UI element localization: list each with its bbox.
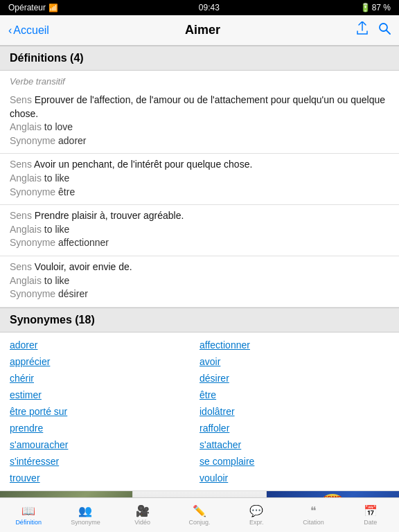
battery-percent: 87 % — [372, 3, 391, 12]
tab-date-label: Date — [364, 519, 377, 526]
ad-military-image: 🎖️ — [0, 491, 132, 497]
tab-conjug[interactable]: ✏️ Conjug. — [171, 498, 228, 532]
tab-citation[interactable]: ❝ Citation — [285, 498, 342, 532]
ad-escalier-visual — [133, 491, 265, 497]
tab-definition-label: Définition — [15, 519, 42, 526]
synonyme-icon: 👥 — [78, 504, 92, 517]
back-label: Accueil — [13, 24, 49, 37]
synonym-adorer[interactable]: adorer — [10, 337, 200, 353]
synonym-apprecier[interactable]: apprécier — [10, 353, 200, 370]
def-3-sens: Sens Prendre plaisir à, trouver agréable… — [10, 209, 389, 223]
definitions-header: Définitions (4) — [0, 46, 399, 71]
ad-loto[interactable]: GRANDLOTODE NOËL 20Millions € forcément … — [267, 491, 399, 497]
def-3-anglais: Anglais to like — [10, 223, 389, 237]
synonym-cherir[interactable]: chérir — [10, 370, 200, 387]
chevron-left-icon: ‹ — [8, 24, 12, 37]
synonym-vouloir[interactable]: vouloir — [200, 470, 389, 486]
def-3-synonyme: Synonyme affectionner — [10, 236, 389, 250]
tab-expr-label: Expr. — [249, 519, 264, 526]
def-2-synonyme: Synonyme être — [10, 186, 389, 200]
loto-badge: GRANDLOTODE NOËL — [321, 494, 344, 497]
video-icon: 🎥 — [136, 504, 150, 517]
verb-type: Verbe transitif — [0, 71, 399, 89]
tab-bar: 📖 Définition 👥 Synonyme 🎥 Vidéo ✏️ Conju… — [0, 497, 399, 532]
synonyms-grid: adorer affectionner apprécier avoir chér… — [0, 332, 399, 490]
svg-point-0 — [380, 24, 387, 31]
share-button[interactable] — [356, 21, 369, 39]
nav-bar: ‹ Accueil Aimer — [0, 15, 399, 46]
battery-indicator: 🔋 87 % — [360, 3, 391, 12]
synonym-samouracher[interactable]: s'amouracher — [10, 436, 200, 453]
definition-1: Sens Eprouver de l'affection, de l'amour… — [0, 89, 399, 154]
date-icon: 📅 — [364, 504, 378, 517]
synonym-affectionner[interactable]: affectionner — [200, 337, 389, 353]
def-1-sens: Sens Eprouver de l'affection, de l'amour… — [10, 94, 389, 121]
search-button[interactable] — [378, 22, 391, 38]
tab-synonyme-label: Synonyme — [71, 519, 100, 526]
ad-loto-image: GRANDLOTODE NOËL 20Millions € forcément … — [267, 491, 399, 497]
status-bar: Opérateur 📶 09:43 🔋 87 % — [0, 0, 399, 15]
ad-escalier[interactable]: Quel est le prix d'un Monte-Escalier ? F… — [133, 491, 266, 497]
svg-line-1 — [387, 30, 390, 34]
citation-icon: ❝ — [310, 504, 317, 517]
synonym-se-complaire[interactable]: se complaire — [200, 453, 389, 470]
ad-section: 🎖️ 15 000 postes, plus de 100 spécialité… — [0, 490, 399, 497]
tab-synonyme[interactable]: 👥 Synonyme — [57, 498, 114, 532]
def-1-anglais: Anglais to love — [10, 121, 389, 134]
synonym-sinteresser[interactable]: s'intéresser — [10, 453, 200, 470]
synonym-sattacher[interactable]: s'attacher — [200, 436, 389, 453]
conjug-icon: ✏️ — [193, 504, 206, 517]
definition-4: Sens Vouloir, avoir envie de. Anglais to… — [0, 256, 399, 308]
ad-military-visual: 🎖️ — [0, 491, 132, 497]
status-left: Opérateur 📶 — [8, 3, 58, 12]
expr-icon: 💬 — [249, 504, 263, 517]
synonym-trouver[interactable]: trouver — [10, 470, 200, 486]
synonym-prendre[interactable]: prendre — [10, 420, 200, 436]
tab-expr[interactable]: 💬 Expr. — [228, 498, 285, 532]
main-content: Définitions (4) Verbe transitif Sens Epr… — [0, 46, 399, 497]
ad-loto-visual: GRANDLOTODE NOËL 20Millions € forcément … — [267, 491, 399, 497]
nav-actions — [356, 21, 391, 39]
synonym-avoir[interactable]: avoir — [200, 353, 389, 370]
battery-icon: 🔋 — [360, 3, 371, 12]
tab-video-label: Vidéo — [134, 519, 150, 526]
ad-escalier-image — [133, 491, 265, 497]
synonym-desirer[interactable]: désirer — [200, 370, 389, 387]
ad-military[interactable]: 🎖️ 15 000 postes, plus de 100 spécialité… — [0, 491, 133, 497]
def-2-sens: Sens Avoir un penchant, de l'intérêt pou… — [10, 158, 389, 172]
def-1-synonyme: Synonyme adorer — [10, 134, 389, 148]
def-2-anglais: Anglais to like — [10, 172, 389, 186]
synonym-idolatrer[interactable]: idolâtrer — [200, 403, 389, 420]
synonym-etre[interactable]: être — [200, 387, 389, 403]
definition-icon: 📖 — [21, 504, 35, 517]
synonymes-header: Synonymes (18) — [0, 308, 399, 332]
tab-video[interactable]: 🎥 Vidéo — [114, 498, 171, 532]
tab-citation-label: Citation — [303, 519, 324, 526]
synonym-raffoler[interactable]: raffoler — [200, 420, 389, 436]
def-4-anglais: Anglais to like — [10, 274, 389, 288]
tab-definition[interactable]: 📖 Définition — [0, 498, 57, 532]
tab-conjug-label: Conjug. — [188, 519, 210, 526]
def-4-sens: Sens Vouloir, avoir envie de. — [10, 260, 389, 274]
page-title: Aimer — [185, 23, 220, 37]
wifi-icon: 📶 — [48, 3, 58, 12]
operator-label: Opérateur — [8, 3, 46, 12]
synonym-estimer[interactable]: estimer — [10, 387, 200, 403]
tab-date[interactable]: 📅 Date — [342, 498, 399, 532]
definition-3: Sens Prendre plaisir à, trouver agréable… — [0, 205, 399, 256]
synonym-etre-porte-sur[interactable]: être porté sur — [10, 403, 200, 420]
time-label: 09:43 — [199, 3, 220, 12]
back-button[interactable]: ‹ Accueil — [8, 24, 49, 37]
def-4-synonyme: Synonyme désirer — [10, 287, 389, 301]
definition-2: Sens Avoir un penchant, de l'intérêt pou… — [0, 154, 399, 205]
